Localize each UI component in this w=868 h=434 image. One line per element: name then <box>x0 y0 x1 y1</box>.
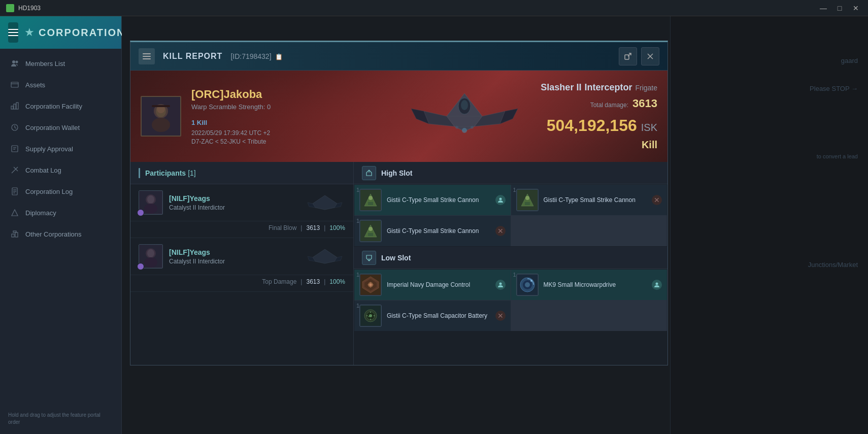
svg-rect-6 <box>16 103 18 109</box>
modal-header: KILL REPORT [ID:7198432] 📋 <box>130 42 667 71</box>
sidebar-item-label: Assets <box>25 81 45 89</box>
slot-action-close[interactable]: ✕ <box>652 195 662 205</box>
slot-action-person[interactable] <box>495 195 506 205</box>
svg-point-85 <box>525 282 530 287</box>
svg-marker-47 <box>313 195 337 210</box>
facility-icon <box>10 102 19 111</box>
modal-close-button[interactable] <box>641 47 659 65</box>
ship-name: Slasher II <box>541 82 581 93</box>
participant-ship-image <box>305 246 345 266</box>
slot-item[interactable]: 1 Gistii C-Type Small Strike Cannon <box>354 185 511 215</box>
slot-action-person[interactable] <box>495 280 506 290</box>
svg-point-1 <box>16 61 18 63</box>
slot-item-icon <box>359 274 382 296</box>
svg-rect-4 <box>11 106 13 109</box>
svg-rect-62 <box>368 202 373 205</box>
copy-icon: 📋 <box>275 53 283 60</box>
slot-item-name: Gistii C-Type Small Strike Cannon <box>387 227 490 236</box>
svg-point-70 <box>369 227 373 231</box>
menu-line <box>143 58 151 59</box>
participant-stats-1: Final Blow | 3613 | 100% <box>130 221 353 238</box>
slot-item[interactable]: 1 Gistii C-Type Small Strike Cannon ✕ <box>511 185 667 215</box>
sidebar-item-corporation-wallet[interactable]: Corporation Wallet <box>0 117 121 138</box>
low-slot-icon <box>362 251 376 265</box>
modal-menu-button[interactable] <box>139 48 155 64</box>
slot-action-close[interactable]: ✕ <box>495 311 506 321</box>
participant-info: [NILF]Yeags Catalyst II Interdictor <box>169 194 298 211</box>
sidebar-item-corporation-facility[interactable]: Corporation Facility <box>0 95 121 117</box>
participant-stats-2: Top Damage | 3613 | 100% <box>130 275 353 292</box>
kill-type-badge: Kill <box>541 139 657 151</box>
slot-item[interactable]: 1 Gistii C-Type Small Strike Cannon ✕ <box>354 216 511 246</box>
sidebar-item-label: Other Corporations <box>25 230 82 238</box>
stat-damage: 3613 <box>306 224 320 231</box>
participant-info: [NILF]Yeags Catalyst II Interdictor <box>169 248 298 265</box>
slot-item[interactable]: 1 Imperial Na <box>354 270 511 300</box>
sidebar-item-diplomacy[interactable]: Diplomacy <box>0 202 121 223</box>
sidebar-item-members-list[interactable]: Members List <box>0 53 121 74</box>
sidebar-item-label: Combat Log <box>25 166 61 174</box>
sidebar-item-other-corporations[interactable]: Other Corporations <box>0 223 121 245</box>
slot-item-icon <box>516 274 539 296</box>
sidebar-item-combat-log[interactable]: Combat Log <box>0 159 121 181</box>
sidebar: ★ CORPORATION Members List Assets Corpor… <box>0 16 122 434</box>
sidebar-item-supply-approval[interactable]: Supply Approval <box>0 138 121 159</box>
hamburger-line-1 <box>8 29 18 30</box>
other-corps-icon <box>10 229 19 239</box>
modal-id: [ID:7198432] 📋 <box>230 52 283 60</box>
app-title: HD1903 <box>18 5 41 12</box>
kill-timestamp: 2022/05/29 17:39:42 UTC +2 <box>191 129 388 137</box>
high-slot-grid: 1 Gistii C-Type Small Strike Cannon <box>354 185 667 246</box>
header-bar <box>139 168 140 178</box>
sidebar-item-corporation-log[interactable]: Corporation Log <box>0 181 121 202</box>
svg-rect-71 <box>368 233 373 236</box>
svg-point-37 <box>461 100 468 110</box>
supply-icon <box>10 144 19 153</box>
slot-item-icon: + <box>359 305 382 327</box>
participant-ship: Catalyst II Interdictor <box>169 258 298 265</box>
svg-rect-5 <box>14 104 16 109</box>
app-icon <box>6 4 14 12</box>
high-slot-title: High Slot <box>381 169 412 177</box>
sidebar-nav: Members List Assets Corporation Facility… <box>0 49 121 249</box>
pilot-warp-scramble: Warp Scramble Strength: 0 <box>191 103 388 111</box>
minimize-button[interactable]: — <box>817 2 829 14</box>
svg-rect-20 <box>13 231 16 232</box>
slots-panel: High Slot 1 <box>354 162 667 365</box>
main-area: gaard Please STOP → to convert a lead Ju… <box>122 16 868 434</box>
ship-render <box>398 81 530 152</box>
svg-marker-17 <box>12 210 18 216</box>
sidebar-item-assets[interactable]: Assets <box>0 74 121 95</box>
sidebar-item-label: Corporation Facility <box>25 103 82 110</box>
sidebar-item-label: Corporation Log <box>25 188 73 195</box>
svg-rect-8 <box>12 146 18 152</box>
damage-label: Total damage: <box>590 102 628 109</box>
participant-avatar <box>139 244 163 269</box>
maximize-button[interactable]: □ <box>833 2 846 14</box>
export-button[interactable] <box>619 47 637 65</box>
svg-point-66 <box>525 196 529 200</box>
hamburger-line-3 <box>8 35 18 36</box>
participants-count: [1] <box>188 169 196 177</box>
slot-action-person[interactable] <box>652 280 662 290</box>
svg-point-61 <box>369 196 373 200</box>
participant-name: [NILF]Yeags <box>169 194 298 203</box>
close-button[interactable]: ✕ <box>850 2 862 14</box>
slot-item-icon <box>359 189 382 211</box>
members-icon <box>10 59 19 68</box>
sidebar-header: ★ CORPORATION <box>0 16 121 49</box>
right-panel: gaard Please STOP → to convert a lead Ju… <box>670 16 868 434</box>
title-bar: HD1903 — □ ✕ <box>0 0 868 16</box>
high-slot-header: High Slot <box>354 162 667 184</box>
slot-item[interactable]: 1 MK9 Small Microwarpdrive <box>511 270 667 300</box>
sidebar-menu-button[interactable] <box>8 22 18 43</box>
slot-item[interactable]: 1 + <box>354 301 511 331</box>
svg-text:+: + <box>368 315 370 318</box>
stat-label: Top Damage <box>262 278 296 285</box>
stat-percent: 100% <box>329 278 345 285</box>
slot-action-close[interactable]: ✕ <box>495 226 506 236</box>
corp-badge <box>137 209 144 216</box>
participants-header: Participants [1] <box>130 162 353 184</box>
menu-line <box>143 56 151 57</box>
participant-name: [NILF]Yeags <box>169 248 298 256</box>
